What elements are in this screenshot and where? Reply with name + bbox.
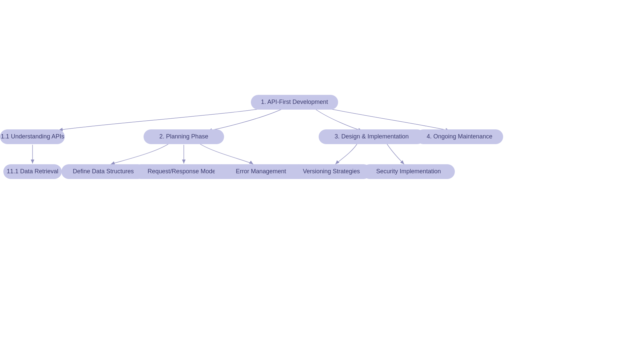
connector-n2-n21: [111, 142, 171, 164]
connector-n3-n32: [386, 142, 404, 164]
node-n3-label: 3. Design & Implementation: [334, 133, 409, 140]
root-node-label: 1. API-First Development: [261, 99, 328, 105]
node-n4-label: 4. Ongoing Maintenance: [427, 133, 492, 140]
node-n2-label: 2. Planning Phase: [159, 133, 208, 140]
connector-root-n11: [59, 107, 275, 130]
connector-root-n3: [314, 108, 362, 131]
node-n23-label: Error Management: [236, 168, 286, 175]
connector-n3-n31: [335, 142, 358, 164]
node-n22-label: Request/Response Models: [148, 168, 220, 175]
connector-n2-n23: [197, 142, 253, 164]
node-n21-label: Define Data Structures: [73, 168, 134, 175]
node-n32-label: Security Implementation: [376, 168, 441, 175]
connector-root-n2: [208, 108, 284, 131]
node-n11-label: 1.1 Understanding APIs: [1, 133, 64, 140]
node-n31-label: Versioning Strategies: [303, 168, 360, 175]
node-n111-label: 11.1 Data Retrieval: [7, 168, 58, 175]
connector-root-n4: [322, 107, 449, 131]
